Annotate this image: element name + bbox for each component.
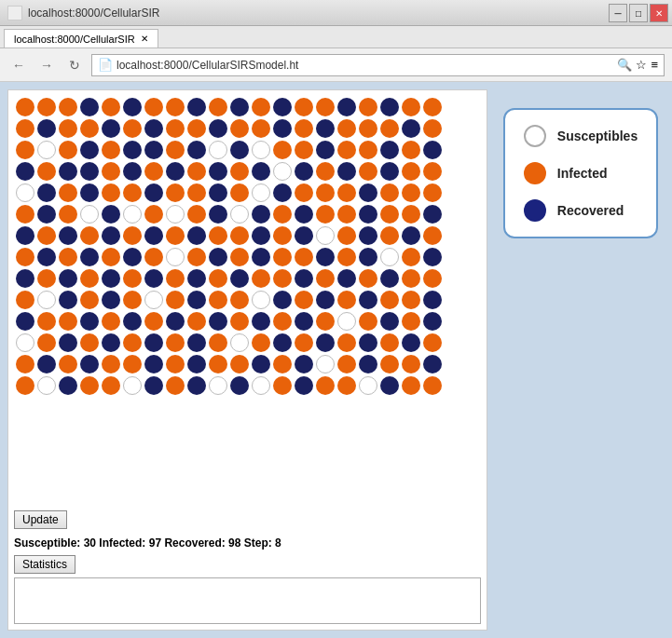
cell bbox=[16, 291, 34, 309]
cell bbox=[187, 183, 206, 202]
cell bbox=[230, 226, 249, 245]
cell bbox=[402, 355, 420, 373]
cell bbox=[316, 119, 335, 138]
cell bbox=[37, 355, 56, 373]
cell bbox=[37, 98, 56, 116]
cell bbox=[380, 162, 399, 181]
cell bbox=[166, 183, 185, 202]
close-button[interactable]: ✕ bbox=[650, 4, 668, 22]
cell bbox=[144, 333, 163, 352]
tab-label: localhost:8000/CellularSIR bbox=[14, 34, 135, 45]
statistics-button[interactable]: Statistics bbox=[14, 555, 75, 574]
cell bbox=[295, 312, 313, 331]
cell bbox=[80, 376, 99, 395]
cell bbox=[423, 141, 442, 159]
cell bbox=[359, 355, 377, 373]
cell bbox=[166, 333, 185, 352]
cell bbox=[59, 355, 77, 373]
cell bbox=[209, 226, 227, 245]
cell bbox=[230, 312, 249, 331]
maximize-button[interactable]: □ bbox=[629, 4, 648, 22]
cell bbox=[166, 119, 185, 138]
cell bbox=[102, 141, 120, 159]
cell bbox=[423, 269, 442, 288]
cell bbox=[230, 205, 249, 224]
back-button[interactable]: ← bbox=[7, 54, 30, 76]
cell bbox=[80, 226, 99, 245]
cell bbox=[59, 291, 77, 309]
cell bbox=[359, 291, 377, 309]
cell bbox=[295, 141, 313, 159]
cell bbox=[273, 269, 292, 288]
cell bbox=[144, 291, 163, 309]
menu-icon[interactable]: ≡ bbox=[651, 58, 658, 72]
cell bbox=[380, 269, 399, 288]
forward-button[interactable]: → bbox=[35, 54, 58, 76]
cell bbox=[16, 269, 34, 288]
cell bbox=[252, 98, 270, 116]
cell bbox=[273, 141, 292, 159]
cell bbox=[337, 376, 356, 395]
address-bar[interactable]: 📄 localhost:8000/CellularSIRSmodel.ht 🔍 … bbox=[91, 54, 665, 76]
cell bbox=[16, 333, 34, 352]
search-icon[interactable]: 🔍 bbox=[617, 58, 632, 72]
cell bbox=[144, 269, 163, 288]
infected-circle bbox=[524, 162, 546, 184]
refresh-button[interactable]: ↻ bbox=[63, 54, 86, 76]
cell bbox=[316, 312, 335, 331]
cell bbox=[359, 205, 377, 224]
cell bbox=[337, 205, 356, 224]
cell bbox=[144, 376, 163, 395]
grid-area bbox=[14, 96, 481, 507]
cell bbox=[402, 333, 420, 352]
cell bbox=[252, 376, 270, 395]
cell bbox=[359, 119, 377, 138]
legend-item-susceptibles: Susceptibles bbox=[524, 125, 638, 147]
cell bbox=[187, 291, 206, 309]
cell bbox=[209, 119, 227, 138]
cell bbox=[273, 376, 292, 395]
cell bbox=[402, 98, 420, 116]
minimize-button[interactable]: ─ bbox=[609, 4, 627, 22]
cell bbox=[423, 98, 442, 116]
cell bbox=[166, 248, 185, 266]
statistics-textarea[interactable] bbox=[14, 577, 481, 624]
cell bbox=[102, 291, 120, 309]
cell bbox=[337, 333, 356, 352]
cell bbox=[187, 248, 206, 266]
cell bbox=[402, 119, 420, 138]
cell bbox=[102, 333, 120, 352]
cell bbox=[337, 355, 356, 373]
update-button[interactable]: Update bbox=[14, 510, 67, 529]
cell bbox=[380, 355, 399, 373]
cell bbox=[209, 376, 227, 395]
cell bbox=[359, 248, 377, 266]
cell bbox=[273, 183, 292, 202]
cell bbox=[80, 119, 99, 138]
cell bbox=[380, 376, 399, 395]
cell bbox=[123, 162, 142, 181]
cell bbox=[102, 119, 120, 138]
infected-label: Infected bbox=[557, 166, 608, 181]
tab-close-button[interactable]: ✕ bbox=[141, 34, 148, 44]
cell bbox=[359, 226, 377, 245]
tab-bar: localhost:8000/CellularSIR ✕ bbox=[0, 26, 672, 48]
cell bbox=[37, 291, 56, 309]
active-tab[interactable]: localhost:8000/CellularSIR ✕ bbox=[4, 29, 158, 48]
cell bbox=[230, 355, 249, 373]
cell bbox=[380, 291, 399, 309]
cell bbox=[59, 205, 77, 224]
cell bbox=[402, 312, 420, 331]
cell bbox=[359, 98, 377, 116]
cell bbox=[359, 333, 377, 352]
cell bbox=[316, 141, 335, 159]
cell bbox=[337, 119, 356, 138]
cell bbox=[37, 269, 56, 288]
cell bbox=[166, 98, 185, 116]
cell bbox=[273, 162, 292, 181]
cell bbox=[252, 312, 270, 331]
cell bbox=[16, 355, 34, 373]
star-icon[interactable]: ☆ bbox=[636, 58, 647, 72]
page-icon: 📄 bbox=[98, 58, 113, 72]
cell bbox=[295, 183, 313, 202]
